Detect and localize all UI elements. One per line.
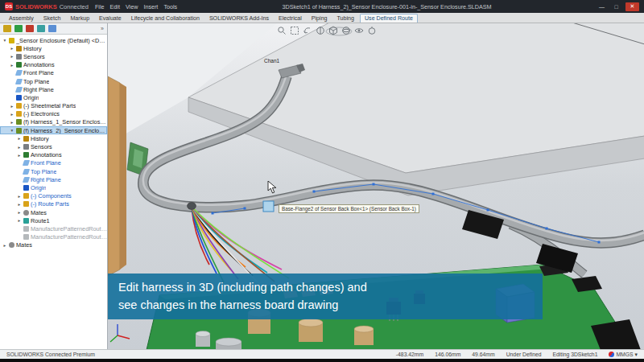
maximize-button[interactable]: □ [611,2,621,11]
panel-tabs-overflow[interactable]: » [101,26,104,31]
expand-arrow-icon[interactable]: ▸ [10,120,14,125]
heads-up-toolbar [277,26,377,35]
appearances-icon[interactable] [367,26,377,35]
property-manager-tab-icon[interactable] [14,25,23,32]
units-selector[interactable]: MMGS ▾ [609,352,638,358]
route-dim-icon [23,226,29,232]
expand-arrow-icon[interactable]: ▸ [10,112,14,117]
title-bar: DS SOLIDWORKS Connected FileEditViewInse… [0,0,644,13]
expand-arrow-icon[interactable]: ▸ [17,153,22,158]
history-icon [16,46,22,51]
assembly-icon [9,38,14,43]
tree-item[interactable]: Origin [0,183,107,191]
expand-arrow-icon[interactable]: ▸ [17,210,22,215]
ribbon-tab-sketch[interactable]: Sketch [39,14,65,23]
solidworks-logo: DS SOLIDWORKS Connected [5,2,89,10]
enclosure-wall-section[interactable] [108,76,126,276]
ribbon-tab-assembly[interactable]: Assembly [5,14,38,23]
expand-arrow-icon[interactable]: ▸ [17,194,22,199]
tree-item[interactable]: ▸ (-) Components [0,192,107,200]
graphics-viewport[interactable]: Chan1 [108,23,644,349]
solidworks-window: DS SOLIDWORKS Connected FileEditViewInse… [0,0,644,362]
menu-insert[interactable]: Insert [143,3,158,10]
tree-item[interactable]: ▸ Route1 [0,216,107,224]
ribbon-tab-evaluate[interactable]: Evaluate [95,14,126,23]
expand-arrow-icon[interactable]: ▸ [17,145,22,150]
tree-item[interactable]: ▸ (-) Electronics [0,110,107,118]
tree-item[interactable]: ▾ _Sensor Enclosure (Default) <Default_D… [0,36,107,44]
tree-item[interactable]: ManufacturePatternedRoute1 [0,224,107,232]
tree-item[interactable]: Top Plane [0,167,107,175]
tree-item[interactable]: Front Plane [0,69,107,77]
part-icon [23,193,29,199]
tree-item[interactable]: ▸ Mates [0,208,107,216]
harness-icon [16,128,22,134]
menu-edit[interactable]: Edit [110,3,120,10]
annotations-icon [16,62,22,68]
enclosure-box[interactable] [108,23,644,195]
ribbon-tab-tubing[interactable]: Tubing [333,14,358,23]
expand-arrow-icon[interactable]: ▸ [17,202,22,207]
menu-view[interactable]: View [126,3,138,10]
view-orientation-icon[interactable] [328,26,338,35]
sensors-icon [23,144,29,150]
part-icon [23,201,29,207]
tree-item[interactable]: Front Plane [0,159,107,167]
ribbon-tab-electrical[interactable]: Electrical [275,14,306,23]
minimize-button[interactable]: — [597,2,607,11]
tree-item[interactable]: ▸ Mates [0,241,107,249]
menu-tools[interactable]: Tools [163,3,177,10]
tree-item[interactable]: Right Plane [0,85,107,93]
expand-arrow-icon[interactable]: ▾ [2,38,7,43]
harness-wire [192,207,289,278]
expand-arrow-icon[interactable]: ▸ [10,46,14,51]
units-icon [609,352,614,357]
feature-manager-tab-icon[interactable] [3,25,11,32]
display-style-icon[interactable] [341,26,351,35]
expand-arrow-icon[interactable]: ▸ [17,218,22,223]
tree-item[interactable]: ▸ History [0,44,107,52]
tree-item[interactable]: ▸ Annotations [0,61,107,69]
sketch-state: Under Defined [506,352,542,357]
product-name: Connected [60,3,89,10]
tree-item[interactable]: ▸ Annotations [0,151,107,159]
tree-item[interactable]: ▸ Sensors [0,142,107,150]
ribbon-tab-solidworks-add-ins[interactable]: SOLIDWORKS Add-Ins [205,14,273,23]
section-view-icon[interactable] [316,26,325,35]
ribbon-tab-piping[interactable]: Piping [308,14,332,23]
wire-splice[interactable] [188,203,290,286]
chevron-down-icon: ▾ [635,352,638,358]
tree-item[interactable]: ▸ History [0,134,107,142]
tree-item[interactable]: Right Plane [0,175,107,183]
expand-arrow-icon[interactable]: ▾ [10,128,14,133]
configuration-manager-tab-icon[interactable] [26,25,34,32]
tree-item[interactable]: Top Plane [0,77,107,85]
expand-arrow-icon[interactable]: ▸ [10,54,14,59]
tree-item[interactable]: ▸ (-) Sheetmetal Parts [0,102,107,110]
plane-icon [15,79,23,84]
close-button[interactable]: ✕ [625,2,639,11]
tree-item[interactable]: ▾ (f) Harness_2)_Sensor Enclosure-001<1>… [0,126,107,134]
tree-item[interactable]: Origin [0,93,107,101]
route-dim-icon [23,234,29,240]
menu-file[interactable]: File [95,3,105,10]
tree-item[interactable]: ▸ Sensors [0,52,107,60]
tree-item[interactable]: ▸ (f) Harness_1_Sensor Enclosure-001<1> … [0,118,107,126]
display-manager-tab-icon[interactable] [48,25,56,32]
ribbon-tab-lifecycle-and-collaboration[interactable]: Lifecycle and Collaboration [127,14,204,23]
zoom-area-icon[interactable] [290,26,299,35]
expand-arrow-icon[interactable]: ▸ [17,136,22,141]
dimxpert-manager-tab-icon[interactable] [37,25,45,32]
expand-arrow-icon[interactable]: ▸ [2,243,7,248]
zoom-fit-icon[interactable] [277,26,287,35]
expand-arrow-icon[interactable]: ▸ [10,104,14,109]
ribbon-tab-use-defined-route[interactable]: Use Defined Route [360,14,418,23]
ribbon-tab-markup[interactable]: Markup [66,14,93,23]
tree-item[interactable]: ManufacturePatternedRoute2 [0,233,107,241]
expand-arrow-icon[interactable]: ▸ [10,63,14,68]
hide-show-items-icon[interactable] [354,26,364,35]
tree-item[interactable]: ▸ (-) Route Parts [0,200,107,208]
previous-view-icon[interactable] [303,26,312,35]
editing-indicator: Editing 3DSketch1 [553,352,598,357]
ds-logo-icon: DS [5,2,13,10]
